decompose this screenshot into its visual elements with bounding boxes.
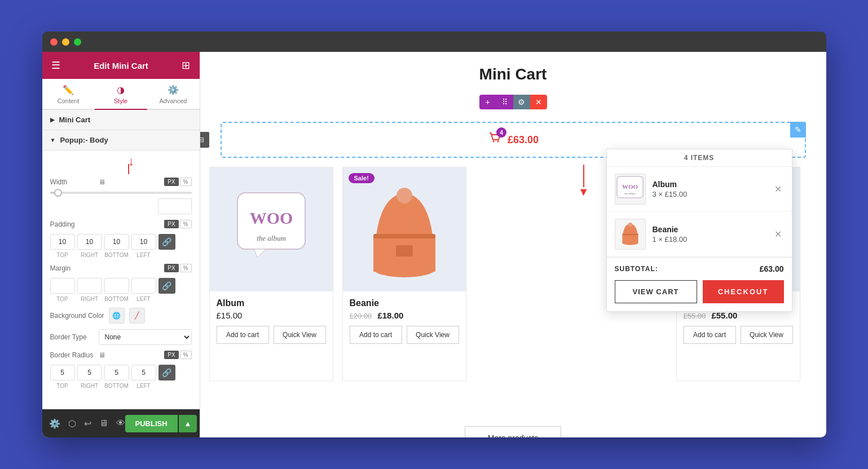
- border-radius-bottom-input[interactable]: [104, 365, 129, 380]
- minimize-icon[interactable]: [62, 38, 69, 46]
- more-products-button[interactable]: More products: [465, 426, 561, 437]
- popup-items-count: 4 ITEMS: [607, 149, 792, 167]
- product-btns-belt: Add to cart Quick View: [684, 326, 793, 344]
- red-arrow-line: [128, 164, 129, 174]
- svg-point-8: [396, 188, 412, 203]
- page-title: Mini Cart: [200, 52, 826, 89]
- publish-arrow-button[interactable]: ▲: [179, 415, 197, 432]
- view-cart-button[interactable]: VIEW CART: [615, 280, 697, 303]
- history-icon[interactable]: ↩: [84, 418, 91, 429]
- margin-link-btn[interactable]: 🔗: [158, 278, 175, 294]
- popup-body-arrow-icon: ▼: [50, 137, 56, 143]
- border-radius-unit-pct[interactable]: %: [180, 351, 192, 359]
- margin-unit-toggle: PX %: [164, 264, 191, 272]
- width-slider[interactable]: [50, 192, 192, 194]
- popup-body-section-header[interactable]: ▼ Popup:- Body: [42, 130, 200, 151]
- tab-content[interactable]: ✏️ Content: [42, 79, 95, 109]
- bg-color-slash-btn[interactable]: ╱: [129, 308, 145, 324]
- padding-left-label: LEFT: [131, 252, 156, 258]
- tab-advanced[interactable]: ⚙️ Advanced: [147, 79, 200, 109]
- mini-cart-section-header[interactable]: ▶ Mini Cart: [42, 110, 200, 130]
- svg-point-1: [497, 141, 499, 143]
- svg-point-0: [492, 141, 494, 143]
- popup-item-info-beanie: Beanie 1 × £18.00: [653, 225, 765, 244]
- br-top-label: TOP: [50, 383, 75, 389]
- quick-view-album[interactable]: Quick View: [274, 326, 326, 344]
- add-to-cart-beanie[interactable]: Add to cart: [350, 326, 402, 344]
- width-unit-px[interactable]: PX: [164, 178, 178, 186]
- quick-view-beanie[interactable]: Quick View: [407, 326, 459, 344]
- popup-item-img-album: WOO the album: [615, 174, 646, 205]
- margin-right-input[interactable]: [77, 278, 102, 294]
- margin-bottom-input[interactable]: [104, 278, 129, 294]
- popup-body-section-content: ↑ Width 🖥 PX %: [42, 151, 200, 402]
- checkout-button[interactable]: CHECKOUT: [703, 280, 784, 303]
- right-content: Mini Cart + ⠿ ⚙ ✕ ⊟: [200, 52, 826, 437]
- browser-titlebar: [42, 32, 826, 52]
- width-unit-pct[interactable]: %: [180, 178, 192, 186]
- widget-add-btn[interactable]: +: [479, 95, 496, 109]
- width-label: Width: [50, 178, 95, 186]
- add-to-cart-belt[interactable]: Add to cart: [684, 326, 736, 344]
- margin-top-label: TOP: [50, 296, 75, 302]
- hamburger-icon[interactable]: ☰: [51, 59, 60, 72]
- tab-style[interactable]: ◑ Style: [95, 79, 147, 110]
- padding-unit-pct[interactable]: %: [180, 220, 192, 228]
- bg-color-globe-btn[interactable]: 🌐: [109, 308, 125, 324]
- widget-settings-btn[interactable]: ⚙: [513, 95, 530, 109]
- border-radius-right-input[interactable]: [77, 365, 102, 380]
- border-radius-top-input[interactable]: [50, 365, 75, 380]
- margin-unit-px[interactable]: PX: [164, 264, 178, 272]
- popup-beanie-img: [618, 220, 643, 249]
- svg-point-27: [628, 222, 632, 226]
- border-radius-unit-px[interactable]: PX: [164, 351, 178, 359]
- padding-unit-px[interactable]: PX: [164, 220, 178, 228]
- popup-item-price-album: 3 × £15.00: [653, 190, 765, 198]
- publish-group: PUBLISH ▲: [125, 415, 197, 432]
- svg-text:the album: the album: [624, 192, 636, 195]
- padding-top-input[interactable]: [50, 234, 75, 250]
- widget-move-btn[interactable]: ⠿: [496, 95, 513, 109]
- add-to-cart-album[interactable]: Add to cart: [217, 326, 269, 344]
- border-type-select[interactable]: None Solid Dashed Dotted: [99, 329, 192, 345]
- margin-unit-pct[interactable]: %: [180, 264, 192, 272]
- more-products-area: More products: [200, 426, 826, 437]
- svg-text:the album: the album: [257, 234, 286, 242]
- margin-right-label: RIGHT: [77, 296, 102, 302]
- maximize-icon[interactable]: [74, 38, 81, 46]
- beanie-artwork: [359, 179, 450, 280]
- border-radius-left-input[interactable]: [131, 365, 156, 380]
- padding-labels: TOP RIGHT BOTTOM LEFT: [50, 252, 192, 258]
- layers-icon[interactable]: ⬡: [68, 418, 76, 429]
- padding-right-input[interactable]: [77, 234, 102, 250]
- panel-toggle-btn[interactable]: ⊟: [200, 132, 209, 148]
- padding-left-input[interactable]: [131, 234, 156, 250]
- width-monitor-icon: 🖥: [99, 178, 105, 186]
- content-tab-icon: ✏️: [63, 85, 74, 95]
- width-number-input[interactable]: [158, 198, 192, 214]
- margin-left-input[interactable]: [131, 278, 156, 294]
- beanie-sale-badge: Sale!: [349, 173, 374, 183]
- quick-view-belt[interactable]: Quick View: [741, 326, 793, 344]
- svg-rect-9: [373, 234, 435, 238]
- popup-remove-album[interactable]: ✕: [772, 182, 784, 197]
- popup-item-price-beanie: 1 × £18.00: [653, 235, 765, 244]
- bg-color-label: Background Color: [50, 312, 104, 320]
- margin-top-input[interactable]: [50, 278, 75, 294]
- close-icon[interactable]: [50, 38, 58, 46]
- settings-icon[interactable]: ⚙️: [49, 418, 60, 429]
- widget-close-btn[interactable]: ✕: [530, 95, 547, 109]
- svg-rect-10: [396, 245, 413, 256]
- border-radius-link-btn[interactable]: 🔗: [158, 365, 175, 380]
- slider-thumb[interactable]: [54, 189, 62, 197]
- publish-button[interactable]: PUBLISH: [125, 415, 178, 432]
- svg-point-26: [622, 241, 638, 245]
- popup-item-info-album: Album 3 × £15.00: [653, 180, 765, 198]
- responsive-icon[interactable]: 🖥: [99, 418, 108, 429]
- cart-edit-btn[interactable]: ✎: [790, 122, 806, 138]
- popup-remove-beanie[interactable]: ✕: [772, 227, 784, 242]
- preview-icon[interactable]: 👁: [116, 418, 125, 429]
- padding-bottom-input[interactable]: [104, 234, 129, 250]
- grid-icon[interactable]: ⊞: [182, 59, 190, 72]
- padding-link-btn[interactable]: 🔗: [158, 234, 175, 250]
